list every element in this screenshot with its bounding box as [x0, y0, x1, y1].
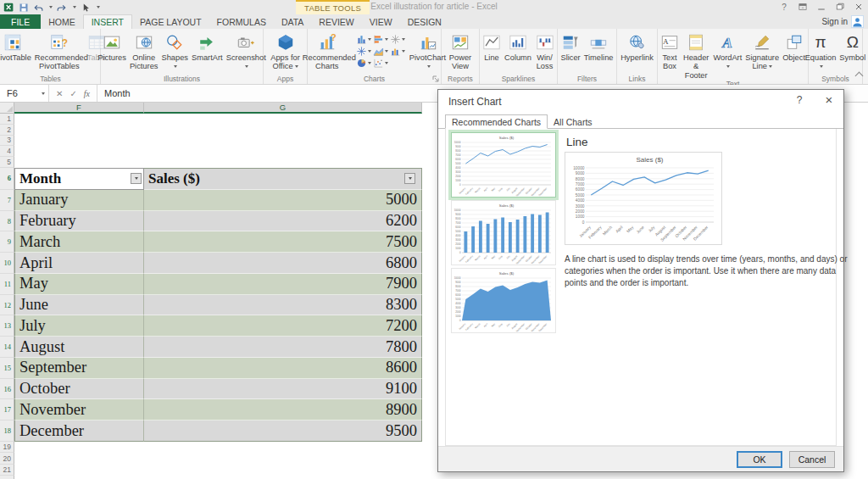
row-header[interactable]: 11 — [0, 274, 14, 295]
screenshot-button[interactable]: Screenshot — [225, 30, 268, 73]
sales-cell[interactable]: 7500 — [144, 231, 422, 253]
row-header[interactable]: 12 — [0, 295, 14, 316]
header-footer-button[interactable]: Header & Footer — [681, 30, 711, 80]
sales-cell[interactable]: 6200 — [144, 211, 422, 232]
month-cell[interactable]: April — [14, 253, 144, 274]
month-cell[interactable]: November — [14, 399, 144, 421]
apps-for-office-button[interactable]: Apps for Office — [264, 30, 306, 73]
row-header[interactable]: 21 — [0, 465, 14, 476]
text-box-button[interactable]: AText Box — [659, 30, 681, 80]
row-header[interactable]: 2 — [0, 125, 14, 136]
row-header[interactable]: 10 — [0, 253, 14, 274]
row-header[interactable]: 6 — [0, 168, 14, 190]
row-header[interactable]: 13 — [0, 315, 14, 337]
name-box[interactable]: F6 — [0, 85, 49, 102]
cancel-button[interactable]: Cancel — [789, 451, 835, 468]
ok-button[interactable]: OK — [737, 451, 782, 468]
row-header[interactable]: 14 — [0, 337, 14, 358]
sales-cell[interactable]: 7900 — [144, 274, 422, 295]
help-icon[interactable]: ? — [778, 1, 790, 13]
confirm-entry-icon[interactable]: ✓ — [70, 89, 76, 98]
sales-cell[interactable]: 6800 — [144, 253, 422, 274]
name-box-caret[interactable] — [42, 92, 45, 95]
column-header-g[interactable]: G — [144, 103, 422, 114]
tab-insert[interactable]: INSERT — [83, 14, 132, 29]
pointer-icon[interactable] — [81, 3, 91, 13]
sales-cell[interactable]: 7200 — [144, 315, 422, 337]
cancel-entry-icon[interactable]: ✕ — [56, 89, 63, 98]
month-cell[interactable]: September — [14, 358, 144, 379]
row-header[interactable]: 5 — [0, 157, 14, 168]
chart-bar-dropdown[interactable] — [373, 34, 388, 45]
smartart-button[interactable]: SmartArt — [190, 30, 225, 73]
dialog-title-bar[interactable]: Insert Chart ? × — [438, 90, 843, 113]
column-header-f[interactable]: F — [14, 103, 144, 114]
undo-icon[interactable] — [33, 3, 43, 13]
chart-thumbnail-column[interactable]: Sales ($)0100020003000400050006000700080… — [451, 200, 556, 265]
undo-dropdown-caret[interactable] — [49, 6, 53, 8]
line-button[interactable]: Line — [481, 30, 503, 73]
row-header[interactable]: 9 — [0, 231, 14, 253]
power-view-button[interactable]: Power View — [442, 30, 478, 73]
signature-line-button[interactable]: Signature Line — [743, 30, 781, 80]
hyperlink-button[interactable]: Hyperlink — [619, 30, 655, 73]
sales-cell[interactable]: 7800 — [144, 337, 422, 358]
month-cell[interactable]: June — [14, 295, 144, 316]
sales-cell[interactable]: 5000 — [144, 190, 422, 211]
row-header[interactable]: 20 — [0, 453, 14, 465]
select-all-corner[interactable] — [0, 103, 14, 114]
chart-thumbnail-line[interactable]: Sales ($)0100020003000400050006000700080… — [451, 132, 556, 198]
tab-view[interactable]: VIEW — [362, 14, 400, 29]
sales-cell[interactable]: 9100 — [144, 379, 422, 400]
month-cell[interactable]: October — [14, 379, 144, 400]
timeline-button[interactable]: Timeline — [582, 30, 615, 73]
ribbon-display-options-icon[interactable] — [797, 1, 809, 13]
tab-design[interactable]: DESIGN — [400, 14, 449, 29]
row-header[interactable]: 15 — [0, 358, 14, 379]
month-cell[interactable]: August — [14, 337, 144, 358]
tab-data[interactable]: DATA — [274, 14, 311, 29]
symbol-button[interactable]: ΩSymbol — [837, 30, 867, 73]
row-header[interactable]: 7 — [0, 190, 14, 211]
minimize-icon[interactable] — [815, 1, 827, 13]
row-header[interactable]: 18 — [0, 421, 14, 442]
qat-customize-caret[interactable] — [97, 6, 100, 8]
chart-stock-dropdown[interactable] — [390, 34, 405, 45]
recommended-charts-button[interactable]: ?Recommended Charts — [301, 30, 353, 73]
month-cell[interactable]: January — [14, 190, 144, 211]
sales-cell[interactable]: 8600 — [144, 358, 422, 379]
insert-function-icon[interactable]: fx — [84, 89, 90, 98]
equation-button[interactable]: πEquation — [804, 30, 838, 73]
dialog-launcher-icon[interactable] — [431, 75, 440, 83]
month-cell[interactable]: July — [14, 315, 144, 337]
month-cell[interactable]: February — [14, 211, 144, 232]
dialog-close-icon[interactable]: × — [821, 92, 837, 107]
redo-dropdown-caret[interactable] — [73, 6, 76, 8]
chart-radar-dropdown[interactable] — [356, 46, 371, 57]
row-header[interactable]: 17 — [0, 399, 14, 421]
recommended-pivottables-button[interactable]: ?Recommended PivotTables — [33, 30, 86, 73]
table-header-month[interactable]: Month — [14, 168, 144, 190]
chart-pie-dropdown[interactable] — [356, 58, 371, 69]
sales-cell[interactable]: 8300 — [144, 295, 422, 316]
month-cell[interactable]: December — [14, 421, 144, 442]
chart-column-dropdown[interactable] — [356, 34, 371, 45]
row-header[interactable]: 22 — [0, 476, 14, 479]
sales-cell[interactable]: 9500 — [144, 421, 422, 442]
tab-home[interactable]: HOME — [41, 14, 83, 29]
wordart-button[interactable]: AWordArt — [711, 30, 743, 80]
tab-formulas[interactable]: FORMULAS — [209, 14, 274, 29]
row-header[interactable]: 3 — [0, 136, 14, 147]
dialog-help-button[interactable]: ? — [793, 94, 806, 106]
month-filter-button[interactable] — [131, 173, 142, 184]
table-header-sales[interactable]: Sales ($) — [144, 168, 422, 190]
save-icon[interactable] — [19, 3, 29, 13]
row-header[interactable]: 1 — [0, 114, 14, 125]
sign-in[interactable]: Sign in — [821, 14, 864, 29]
pictures-button[interactable]: Pictures — [96, 30, 128, 73]
win-loss-button[interactable]: Win/ Loss — [533, 30, 556, 73]
redo-icon[interactable] — [57, 3, 67, 13]
sales-cell[interactable]: 8900 — [144, 399, 422, 421]
excel-logo-icon[interactable] — [3, 2, 14, 13]
row-header[interactable]: 19 — [0, 442, 14, 454]
